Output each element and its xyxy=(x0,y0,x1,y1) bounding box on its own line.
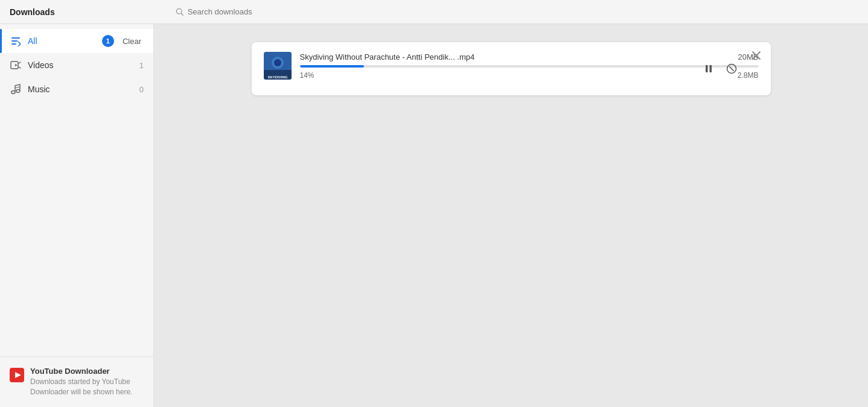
page-title: Downloads xyxy=(10,7,55,17)
yt-downloader-promo: YouTube Downloader Downloads started by … xyxy=(10,367,144,397)
sidebar-item-music-label: Music xyxy=(28,84,133,94)
svg-marker-6 xyxy=(15,64,18,66)
svg-rect-4 xyxy=(11,43,16,45)
close-icon xyxy=(752,51,761,60)
card-bottom-row: 14% 2.8MB xyxy=(300,71,759,80)
sidebar-item-music[interactable]: Music 0 xyxy=(0,77,153,101)
file-thumbnail: SKYDIVING xyxy=(264,52,292,80)
download-card: SKYDIVING Skydiving Without Parachute - … xyxy=(252,42,771,95)
pause-icon xyxy=(704,64,713,74)
music-icon xyxy=(10,83,22,95)
yt-downloader-title: YouTube Downloader xyxy=(30,367,144,376)
sidebar: All 1 Clear Videos 1 xyxy=(0,24,154,407)
videos-icon xyxy=(10,59,22,71)
card-filename-row: Skydiving Without Parachute - Antti Pend… xyxy=(300,52,759,62)
card-actions xyxy=(700,60,741,78)
svg-rect-22 xyxy=(709,65,712,72)
sidebar-item-all-label: All xyxy=(28,36,96,46)
file-thumb-image: SKYDIVING xyxy=(264,52,292,80)
svg-rect-2 xyxy=(11,37,20,39)
content-area: SKYDIVING Skydiving Without Parachute - … xyxy=(154,24,868,407)
sidebar-footer: YouTube Downloader Downloads started by … xyxy=(0,356,153,407)
search-bar[interactable] xyxy=(176,7,308,16)
card-top-row: SKYDIVING Skydiving Without Parachute - … xyxy=(264,52,759,80)
sidebar-item-videos-label: Videos xyxy=(28,60,133,70)
svg-line-1 xyxy=(181,13,183,15)
sidebar-item-videos[interactable]: Videos 1 xyxy=(0,53,153,77)
card-filename: Skydiving Without Parachute - Antti Pend… xyxy=(300,52,475,62)
card-info: Skydiving Without Parachute - Antti Pend… xyxy=(300,52,759,80)
svg-point-19 xyxy=(274,59,281,66)
cancel-button[interactable] xyxy=(723,60,741,78)
yt-downloader-icon xyxy=(10,368,24,382)
close-button[interactable] xyxy=(749,48,764,63)
card-downloaded: 2.8MB xyxy=(738,71,759,80)
progress-bar-container xyxy=(300,65,759,68)
cancel-icon xyxy=(726,63,737,74)
pause-button[interactable] xyxy=(700,60,718,78)
svg-line-8 xyxy=(19,67,21,68)
sidebar-item-music-count: 0 xyxy=(139,85,144,94)
yt-downloader-desc: Downloads started by YouTube Downloader … xyxy=(30,377,144,397)
svg-rect-21 xyxy=(706,65,708,72)
sidebar-item-all-badge: 1 xyxy=(102,35,114,47)
svg-rect-3 xyxy=(11,40,18,42)
svg-line-7 xyxy=(19,62,21,63)
card-percent: 14% xyxy=(300,71,314,80)
yt-downloader-text: YouTube Downloader Downloads started by … xyxy=(30,367,144,397)
main-layout: All 1 Clear Videos 1 xyxy=(0,24,868,407)
svg-line-24 xyxy=(729,67,733,71)
svg-point-10 xyxy=(16,90,20,93)
search-input[interactable] xyxy=(188,7,308,16)
svg-text:SKYDIVING: SKYDIVING xyxy=(267,75,287,79)
svg-point-9 xyxy=(11,91,15,94)
search-icon xyxy=(176,8,184,16)
app-header: Downloads xyxy=(0,0,868,24)
sidebar-item-all[interactable]: All 1 Clear xyxy=(0,29,153,53)
all-icon xyxy=(10,35,22,47)
svg-line-11 xyxy=(15,87,20,88)
sidebar-nav: All 1 Clear Videos 1 xyxy=(0,24,153,356)
sidebar-item-videos-count: 1 xyxy=(139,61,144,70)
progress-bar-fill xyxy=(300,65,364,68)
clear-button[interactable]: Clear xyxy=(120,36,144,47)
